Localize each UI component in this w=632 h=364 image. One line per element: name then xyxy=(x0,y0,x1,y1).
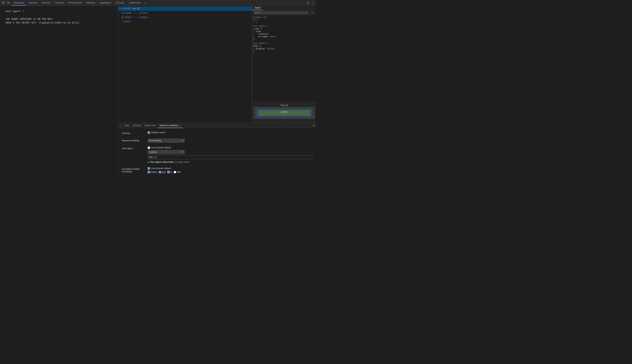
devtools-tabbar: Elements Console Sources Network Perform… xyxy=(0,0,316,6)
deflate-label: deflate xyxy=(150,171,157,173)
zstd-checkbox[interactable] xyxy=(174,171,176,173)
user-agent-select[interactable]: Custom... Chrome - Windows Chrome - Mac … xyxy=(148,150,184,154)
style-source-element: element.style { } xyxy=(253,16,315,23)
encoding-zstd: zstd xyxy=(174,171,181,173)
disable-cache-label: Disable cache xyxy=(151,131,165,134)
caching-label: Caching xyxy=(122,131,148,134)
svg-rect-1 xyxy=(9,2,10,4)
encoding-gzip: gzip xyxy=(159,171,166,173)
drawer-tab-network-conditions[interactable]: Network conditions ✕ xyxy=(158,123,182,128)
use-default-row: Use browser default xyxy=(148,146,312,149)
tab-security[interactable]: Security xyxy=(114,0,126,6)
styles-content: element.style { } user agent s :root { v… xyxy=(252,15,316,102)
elements-area: ···<html> == $0 ▶<head> ··· </head> ▶<bo… xyxy=(118,6,316,123)
style-rule-root: user agent s :root { view- transiti on-n… xyxy=(253,25,315,40)
svg-rect-0 xyxy=(7,2,9,4)
style-rule-html-close: } xyxy=(253,50,315,52)
margin-left: – xyxy=(254,112,255,114)
encoding-deflate: deflate xyxy=(148,171,157,173)
dom-tree[interactable]: ···<html> == $0 ▶<head> ··· </head> ▶<bo… xyxy=(118,6,252,123)
more-tabs-button[interactable]: » xyxy=(143,0,147,6)
tab-memory[interactable]: Memory xyxy=(84,0,98,6)
hov-button[interactable]: :hov xyxy=(309,11,315,14)
style-block-root: view- transiti on-name: root; xyxy=(253,30,315,38)
styles-tabs: Styles xyxy=(252,6,316,10)
gzip-checkbox[interactable] xyxy=(159,171,161,173)
devtools-right-icons: ⚙ ⋮ xyxy=(304,0,316,5)
dom-html-close-line: </html> xyxy=(118,20,252,24)
encodings-default-label: Use browser default xyxy=(151,167,171,170)
drawer-tab-close-button[interactable]: ✕ xyxy=(179,124,181,126)
br-label: br xyxy=(170,171,172,173)
caching-control: Disable cache xyxy=(148,131,312,135)
box-model-bottom-dash: – xyxy=(254,119,315,122)
tab-network[interactable]: Network xyxy=(53,0,66,6)
tab-application[interactable]: Application xyxy=(98,0,114,6)
styles-filter-input[interactable] xyxy=(254,11,308,14)
learn-more-link[interactable]: Learn more xyxy=(178,161,189,163)
device-icon[interactable] xyxy=(6,0,11,5)
caching-row: Caching Disable cache xyxy=(122,131,312,135)
styles-panel: Styles :hov element.style { } user agent… xyxy=(252,6,316,123)
user-agent-row: User agent Use browser default Custom...… xyxy=(122,146,312,163)
dom-head-line[interactable]: ▶<head> ··· </head> xyxy=(118,11,252,15)
encodings-label: Accepted Content- Encodings xyxy=(122,167,148,173)
dom-html-line[interactable]: ···<html> == $0 xyxy=(118,6,252,11)
hints-arrow-icon: ▶ xyxy=(148,161,149,163)
drawer-area: ⋮ html Console What's new Network condit… xyxy=(118,123,316,182)
tab-elements[interactable]: Elements xyxy=(12,0,26,6)
deflate-checkbox[interactable] xyxy=(148,171,150,173)
encodings-items-row: deflate gzip br xyxy=(148,171,312,173)
box-model-border: – padding– xyxy=(256,109,312,117)
tab-performance[interactable]: Performance xyxy=(66,0,84,6)
page-content: User-agent: * THE ROBOT UPRISING IS ON T… xyxy=(6,10,112,25)
box-model-area: 752×116 – – – – – padding– – xyxy=(252,102,316,123)
dom-body-line[interactable]: ▶<body> ··· </body> xyxy=(118,15,252,20)
style-selector-html: html { xyxy=(253,45,315,47)
box-dims: 752×116 xyxy=(254,104,315,107)
styles-filter-bar: :hov xyxy=(252,10,316,15)
throttling-label: Network throttling xyxy=(122,138,148,142)
use-browser-default-label: Use browser default xyxy=(151,146,171,149)
style-block-html: display: block; xyxy=(253,47,315,50)
network-conditions-panel: Caching Disable cache Network throttling… xyxy=(118,128,316,182)
br-checkbox[interactable] xyxy=(167,171,170,173)
more-options-button[interactable]: ⋮ xyxy=(310,0,315,5)
style-source-root: user agent s xyxy=(253,25,315,27)
margin-right: – xyxy=(314,112,314,114)
custom-select-row: Custom... Chrome - Windows Chrome - Mac … xyxy=(148,150,312,154)
zstd-label: zstd xyxy=(177,171,181,173)
disable-cache-checkbox[interactable] xyxy=(148,131,150,134)
style-rule-element: element.style { } xyxy=(253,16,315,23)
inspect-icon[interactable] xyxy=(1,0,6,5)
style-rule-html: user agent s html { display: block; } xyxy=(253,42,315,52)
drawer-tab-html[interactable]: html xyxy=(123,123,131,128)
main-area: User-agent: * THE ROBOT UPRISING IS ON T… xyxy=(0,6,316,182)
devtools-left-icons xyxy=(0,0,12,5)
encoding-br: br xyxy=(167,171,172,173)
style-selector-root: :root { xyxy=(253,28,315,30)
hints-info-icon[interactable]: i xyxy=(174,161,177,163)
drawer-menu-button[interactable]: ⋮ xyxy=(118,123,123,128)
box-model-margin: – – – – – padding– xyxy=(254,107,315,119)
user-agent-hints-row: ▶ User agent client hints i Learn more xyxy=(148,161,312,163)
user-agent-input[interactable] xyxy=(148,155,312,159)
throttling-select[interactable]: No throttling Fast 3G Slow 3G Offline xyxy=(148,138,184,143)
disable-cache-row: Disable cache xyxy=(148,131,312,134)
settings-button[interactable]: ⚙ xyxy=(306,0,310,5)
drawer-tab-whatsnew[interactable]: What's new xyxy=(143,123,158,128)
devtools-panel: ···<html> == $0 ▶<head> ··· </head> ▶<bo… xyxy=(118,6,316,182)
drawer-close-button[interactable]: ✕ xyxy=(312,124,315,127)
tab-lighthouse[interactable]: Lighthouse xyxy=(126,0,143,6)
tab-console[interactable]: Console xyxy=(26,0,40,6)
user-agent-control: Use browser default Custom... Chrome - W… xyxy=(148,146,312,163)
encodings-default-checkbox[interactable] xyxy=(148,167,150,170)
style-rule-close: } xyxy=(253,38,315,40)
gzip-label: gzip xyxy=(162,171,166,173)
style-source-html: user agent s xyxy=(253,42,315,44)
use-browser-default-checkbox[interactable] xyxy=(148,146,150,149)
styles-tab[interactable]: Styles xyxy=(252,6,263,10)
hints-label: User agent client hints xyxy=(150,161,174,163)
tab-sources[interactable]: Sources xyxy=(40,0,53,6)
drawer-tab-console[interactable]: Console xyxy=(131,123,143,128)
